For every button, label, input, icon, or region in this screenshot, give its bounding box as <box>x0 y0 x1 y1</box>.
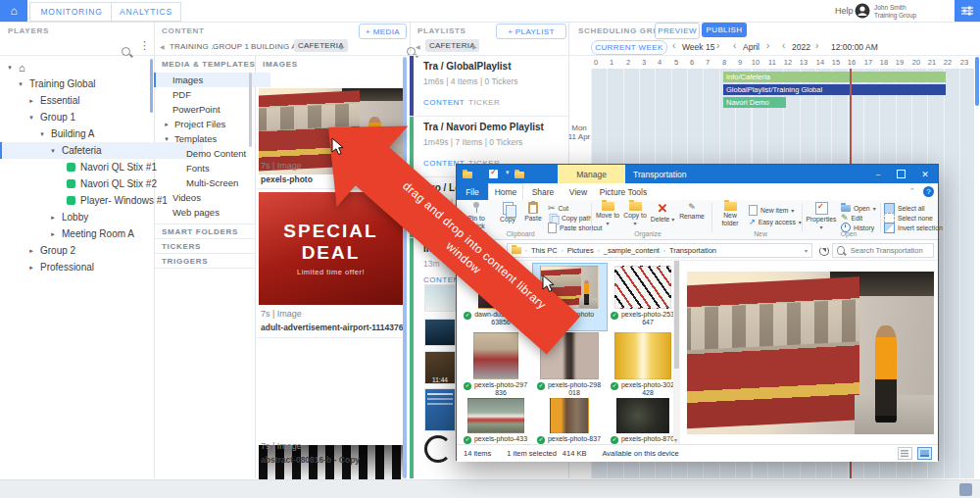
copy-path-button[interactable]: Copy path <box>548 213 592 223</box>
playlist-tab-ticker[interactable]: TICKER <box>468 98 500 107</box>
breadcrumb-item[interactable]: TRAINING ... <box>170 42 219 51</box>
file-253647[interactable]: ✓pexels-photo-253647 <box>607 266 679 327</box>
expand-arrow-icon[interactable]: ▸ <box>27 264 35 272</box>
playlist-content-thumbnail[interactable] <box>424 319 456 346</box>
expand-arrow-icon[interactable]: ▸ <box>27 247 35 255</box>
details-view-icon[interactable] <box>898 447 912 460</box>
week-next-icon[interactable]: › <box>716 40 719 51</box>
breadcrumb-item[interactable]: GROUP 1 <box>213 42 249 51</box>
players-search-input[interactable] <box>0 37 118 55</box>
publish-button[interactable]: PUBLISH <box>702 23 747 37</box>
playlist-name[interactable]: Tra / Navori Demo Playlist <box>423 122 544 132</box>
collapse-arrow-icon[interactable]: ▾ <box>163 135 171 143</box>
folders-scrollbar[interactable] <box>249 73 252 147</box>
folder-web-pages[interactable]: Web pages <box>154 205 270 220</box>
folder-icon[interactable] <box>463 172 472 178</box>
ribbon-tab-picture-tools[interactable]: Picture Tools <box>596 183 651 200</box>
folder-videos[interactable]: Videos <box>154 190 270 205</box>
breadcrumb-item[interactable]: BUILDING A <box>251 42 297 51</box>
manage-contextual-tab[interactable]: Manage <box>558 165 625 183</box>
file-explorer-window[interactable]: ▾ Manage Transportation – ✕ File Home Sh… <box>456 164 939 461</box>
tab-analytics[interactable]: ANALYTICS <box>111 2 181 22</box>
month-next-icon[interactable]: › <box>766 40 769 51</box>
schedule-bar-navori-demo[interactable]: Navori Demo <box>723 97 786 108</box>
help-link[interactable]: Help <box>835 6 854 16</box>
expand-arrow-icon[interactable]: ▸ <box>49 230 57 238</box>
properties-button[interactable]: Properties ▾ <box>806 202 837 231</box>
collapse-arrow-icon[interactable]: ▾ <box>17 80 24 88</box>
breadcrumb-item-current[interactable]: CAFETERIA <box>425 39 479 52</box>
breadcrumb-next-icon[interactable]: ▶ <box>340 43 345 50</box>
expand-arrow-icon[interactable]: ▸ <box>163 121 171 128</box>
file-298018[interactable]: ✓pexels-photo-298018 <box>533 332 606 398</box>
week-prev-icon[interactable]: ‹ <box>672 40 675 51</box>
scrollbar-thumb[interactable] <box>674 261 679 369</box>
refresh-icon[interactable] <box>819 246 829 256</box>
images-scrollbar[interactable] <box>403 57 407 478</box>
copy-button[interactable]: Copy <box>496 202 519 224</box>
tree-root-home[interactable]: ▾ ⌂ <box>0 59 160 75</box>
playlist-content-thumbnail-weather[interactable] <box>424 388 456 431</box>
section-tickers[interactable]: TICKERS <box>154 238 255 254</box>
address-crumb[interactable]: Pictures <box>567 246 594 255</box>
ribbon-tab-share[interactable]: Share <box>525 183 561 200</box>
file-297836[interactable]: ✓pexels-photo-297836 <box>460 332 532 398</box>
folder-project-files[interactable]: ▸Project Files <box>154 117 261 131</box>
select-all-button[interactable]: Select all <box>884 203 925 213</box>
maximize-button[interactable] <box>889 165 912 183</box>
avatar-icon[interactable] <box>855 3 870 19</box>
playlist-name[interactable]: Info <box>423 243 441 254</box>
breadcrumb-next-icon[interactable]: ▶ <box>472 43 477 50</box>
file-302428[interactable]: ✓pexels-photo-302428 <box>607 332 679 398</box>
current-week-button[interactable]: CURRENT WEEK <box>591 40 667 55</box>
add-media-button[interactable]: + MEDIA <box>359 24 407 39</box>
invert-selection-button[interactable]: Invert selection <box>884 223 943 232</box>
search-box[interactable] <box>832 243 934 258</box>
ribbon-tab-home[interactable]: Home <box>488 183 523 200</box>
close-button[interactable]: ✕ <box>912 165 938 183</box>
cut-button[interactable]: ✂Cut <box>548 203 568 213</box>
minimize-button[interactable]: – <box>867 165 889 183</box>
file-list-scrollbar[interactable]: ▾ <box>673 259 680 444</box>
year-next-icon[interactable]: › <box>815 40 818 51</box>
select-none-button[interactable]: Select none <box>884 213 933 223</box>
playlist-content-thumbnail[interactable] <box>424 284 456 312</box>
move-to-button[interactable]: Move to ▾ <box>595 202 620 227</box>
month-prev-icon[interactable]: ‹ <box>733 40 736 51</box>
address-crumb[interactable]: _sample_content <box>604 246 660 255</box>
rename-button[interactable]: ✎Rename <box>677 202 707 221</box>
ribbon-tab-file[interactable]: File <box>457 183 488 200</box>
scroll-down-icon[interactable]: ▾ <box>674 436 677 443</box>
collapse-arrow-icon[interactable]: ▾ <box>49 147 57 155</box>
file-pexels-photo-selected[interactable]: ✓pexels-photo <box>533 266 606 320</box>
kebab-menu-icon[interactable]: ⋮ <box>139 39 150 52</box>
folder-icon[interactable] <box>514 172 524 178</box>
new-item-button[interactable]: New item▾ <box>749 205 794 215</box>
file-dawn-dusk[interactable]: ✓dawn-dusk-fast-163856 <box>460 266 532 327</box>
section-smart-folders[interactable]: SMART FOLDERS <box>154 224 255 239</box>
collapse-arrow-icon[interactable]: ▾ <box>27 114 35 122</box>
players-scrollbar[interactable] <box>150 59 153 113</box>
breadcrumb-prev-icon[interactable]: ◀ <box>160 43 165 50</box>
search-input[interactable] <box>849 245 929 256</box>
collapse-ribbon-icon[interactable]: ⌃ <box>909 187 915 195</box>
qat-dropdown-icon[interactable]: ▾ <box>506 169 510 176</box>
tree-item-training-global[interactable]: ▾Training Global <box>0 75 171 92</box>
preview-button[interactable]: PREVIEW <box>655 23 700 39</box>
back-icon[interactable]: ← <box>465 244 473 254</box>
year-prev-icon[interactable]: ‹ <box>782 40 785 51</box>
quick-access-check-icon[interactable] <box>489 170 498 178</box>
address-crumb[interactable]: Transportation <box>669 246 716 255</box>
forward-icon[interactable]: → <box>478 244 487 254</box>
expand-arrow-icon[interactable]: ▸ <box>27 97 35 105</box>
collapse-arrow-icon[interactable]: ▾ <box>6 64 14 72</box>
easy-access-button[interactable]: ↗Easy access▾ <box>749 217 802 226</box>
open-button[interactable]: Open▾ <box>841 203 876 213</box>
time-value[interactable]: 12:00:00 AM <box>831 42 878 52</box>
breadcrumb-prev-icon[interactable]: ◀ <box>416 43 420 50</box>
paste-button[interactable]: Paste <box>521 202 545 223</box>
scheduling-scrollbar[interactable] <box>975 57 979 106</box>
folder-powerpoint[interactable]: PowerPoint <box>154 102 270 117</box>
folder-images[interactable]: Images <box>154 73 270 87</box>
new-folder-button[interactable]: New folder <box>715 202 745 227</box>
